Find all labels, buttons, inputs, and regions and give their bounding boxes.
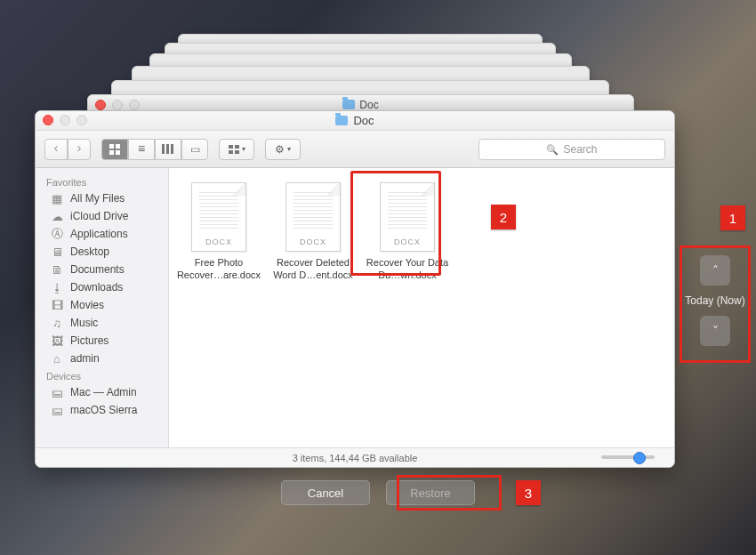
desktop-icon: 🖥	[50, 245, 64, 258]
status-text: 3 items, 144,44 GB available	[293, 453, 418, 463]
maximize-button[interactable]	[76, 115, 87, 125]
movies-icon: 🎞	[50, 299, 64, 311]
sidebar-item-all-my-files[interactable]: ▦All My Files	[36, 189, 168, 207]
maximize-icon	[129, 100, 140, 110]
view-list-button[interactable]	[128, 139, 155, 160]
search-icon	[546, 143, 559, 156]
cancel-button[interactable]: Cancel	[281, 480, 370, 505]
downloads-icon: ⭳	[50, 281, 64, 294]
sidebar-item-admin[interactable]: ⌂admin	[36, 350, 168, 367]
minimize-icon	[112, 100, 123, 110]
file-item[interactable]: DOCX Free Photo Recover…are.docx	[176, 182, 261, 282]
nav-buttons	[44, 139, 91, 160]
sidebar: Favorites ▦All My Files ☁iCloud Drive ⒶA…	[36, 168, 169, 447]
file-name: Free Photo Recover…are.docx	[176, 257, 261, 282]
close-icon	[95, 100, 106, 110]
sidebar-item-documents[interactable]: 🗎Documents	[36, 261, 168, 278]
minimize-button[interactable]	[60, 115, 70, 125]
pictures-icon: 🖼	[50, 334, 64, 347]
docx-icon: DOCX	[286, 182, 341, 252]
finder-window: Doc Search Favorites ▦All My Files ☁iClo…	[35, 110, 675, 468]
sidebar-item-music[interactable]: ♫Music	[36, 314, 168, 332]
cloud-icon: ☁	[50, 210, 64, 222]
file-list: DOCX Free Photo Recover…are.docx DOCX Re…	[169, 168, 674, 447]
toolbar: Search	[36, 131, 674, 168]
file-name: Recover Deleted Word D…ent.docx	[270, 257, 356, 282]
annotation-badge-3: 3	[516, 480, 541, 505]
folder-icon	[342, 100, 355, 109]
view-coverflow-button[interactable]	[181, 139, 208, 160]
arrange-button[interactable]	[219, 139, 254, 160]
home-icon: ⌂	[50, 352, 64, 365]
all-files-icon: ▦	[50, 192, 64, 205]
annotation-file-highlight	[350, 171, 441, 276]
music-icon: ♫	[50, 317, 64, 329]
sidebar-item-movies[interactable]: 🎞Movies	[36, 296, 168, 314]
disk-icon: 🖴	[50, 386, 64, 398]
search-placeholder: Search	[563, 143, 597, 156]
sidebar-item-macos-sierra[interactable]: 🖴macOS Sierra	[36, 401, 168, 419]
status-bar: 3 items, 144,44 GB available	[36, 447, 674, 467]
window-title: Doc	[353, 114, 374, 127]
sidebar-item-pictures[interactable]: 🖼Pictures	[36, 332, 168, 350]
sidebar-item-desktop[interactable]: 🖥Desktop	[36, 243, 168, 261]
annotation-timeline-highlight	[680, 245, 751, 363]
annotation-restore-highlight	[397, 475, 502, 511]
back-window-title: Doc	[359, 99, 378, 111]
annotation-badge-1: 1	[720, 205, 745, 230]
sidebar-item-downloads[interactable]: ⭳Downloads	[36, 278, 168, 296]
back-button[interactable]	[44, 139, 68, 160]
titlebar: Doc	[36, 111, 674, 131]
close-button[interactable]	[43, 115, 53, 125]
applications-icon: Ⓐ	[50, 228, 64, 240]
action-button[interactable]	[265, 139, 301, 160]
disk-icon: 🖴	[50, 404, 64, 416]
documents-icon: 🗎	[50, 263, 64, 276]
icon-size-slider[interactable]	[601, 455, 655, 459]
annotation-badge-2: 2	[491, 205, 516, 229]
sidebar-item-applications[interactable]: ⒶApplications	[36, 225, 168, 243]
view-columns-button[interactable]	[155, 139, 181, 160]
sidebar-section-devices: Devices	[36, 367, 168, 383]
file-item[interactable]: DOCX Recover Deleted Word D…ent.docx	[270, 182, 356, 282]
view-icons-button[interactable]	[101, 139, 128, 160]
docx-icon: DOCX	[191, 182, 246, 252]
view-mode-group	[101, 139, 208, 160]
sidebar-item-mac-admin[interactable]: 🖴Mac — Admin	[36, 383, 168, 401]
sidebar-item-icloud[interactable]: ☁iCloud Drive	[36, 207, 168, 225]
search-input[interactable]: Search	[479, 139, 665, 160]
forward-button[interactable]	[68, 139, 91, 160]
sidebar-section-favorites: Favorites	[36, 173, 168, 189]
folder-icon	[335, 116, 348, 125]
